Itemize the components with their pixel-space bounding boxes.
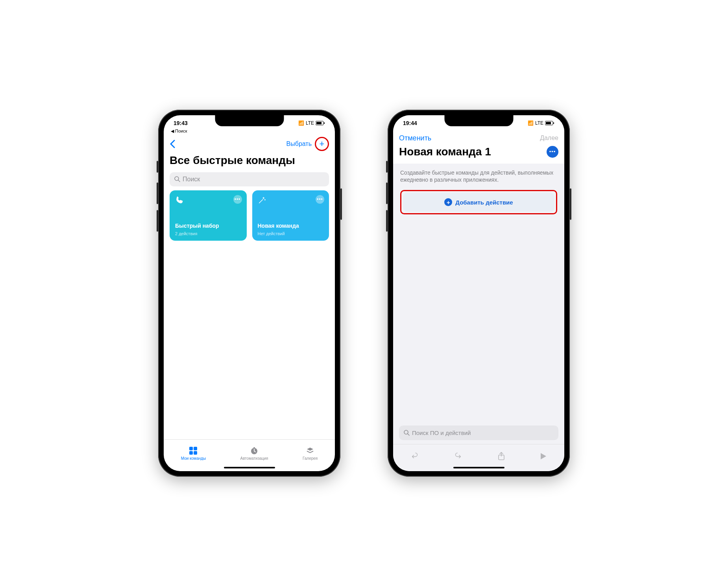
cancel-button[interactable]: Отменить [399, 134, 431, 142]
search-actions-input[interactable]: Поиск ПО и действий [399, 426, 558, 440]
next-button[interactable]: Далее [540, 135, 558, 142]
shortcut-tile-speed-dial[interactable]: ••• Быстрый набор 2 действия [170, 190, 247, 241]
page-title: Новая команда 1 [399, 146, 491, 158]
tab-my-shortcuts[interactable]: Мои команды [181, 446, 206, 461]
undo-button[interactable] [410, 452, 419, 461]
redo-button[interactable] [454, 452, 462, 461]
svg-rect-13 [194, 451, 197, 455]
tab-gallery[interactable]: Галерея [303, 446, 318, 461]
add-action-button[interactable]: + Добавить действие [403, 193, 554, 212]
tab-label: Мои команды [181, 456, 206, 461]
clock-icon [249, 446, 259, 455]
share-button[interactable] [497, 451, 505, 461]
search-icon [404, 430, 410, 436]
tab-label: Галерея [303, 456, 318, 461]
svg-line-20 [408, 434, 409, 435]
search-icon [174, 176, 180, 182]
plus-icon: + [444, 198, 452, 206]
signal-icon: 📶 [298, 120, 304, 126]
select-button[interactable]: Выбрать [286, 140, 312, 147]
shortcut-tile-new-command[interactable]: ••• Новая команда Нет действий [252, 190, 329, 241]
network-label: LTE [306, 120, 314, 126]
back-button[interactable] [170, 140, 175, 148]
svg-rect-17 [546, 122, 551, 124]
home-indicator[interactable] [224, 467, 275, 468]
svg-rect-2 [324, 122, 325, 124]
description-text: Создавайте быстрые команды для действий,… [393, 164, 564, 187]
tile-subtitle: Нет действий [258, 231, 285, 236]
search-input[interactable]: Поиск [170, 172, 329, 186]
tile-more-button[interactable]: ••• [233, 195, 242, 204]
add-shortcut-button[interactable]: + [315, 137, 329, 151]
search-placeholder: Поиск [183, 176, 200, 183]
svg-rect-1 [316, 122, 322, 124]
back-to-search[interactable]: ◀ Поиск [164, 129, 335, 134]
tile-subtitle: 2 действия [175, 231, 197, 236]
svg-rect-10 [189, 447, 193, 450]
svg-rect-12 [189, 451, 193, 455]
svg-rect-18 [553, 122, 554, 124]
phone-icon [175, 196, 241, 205]
tab-label: Автоматизация [240, 456, 268, 461]
wand-icon [258, 196, 324, 205]
play-button[interactable] [540, 452, 547, 460]
signal-icon: 📶 [528, 120, 534, 126]
phone-left: 19:43 📶 LTE ◀ Поиск Выбрать + Все быстры… [158, 110, 340, 477]
battery-icon [545, 121, 554, 125]
phone-right: 19:44 📶 LTE Отменить Далее Новая команда… [388, 110, 570, 477]
search-placeholder: Поиск ПО и действий [412, 429, 471, 436]
tab-automation[interactable]: Автоматизация [240, 446, 268, 461]
tile-title: Быстрый набор [175, 223, 219, 229]
grid-icon [188, 446, 198, 455]
plus-icon: + [320, 140, 325, 148]
tile-title: Новая команда [258, 223, 299, 229]
svg-line-5 [259, 199, 262, 203]
page-title: Все быстрые команды [164, 153, 335, 168]
svg-rect-15 [253, 447, 255, 448]
add-action-highlight: + Добавить действие [400, 190, 557, 214]
tile-more-button[interactable]: ••• [316, 195, 324, 204]
svg-rect-11 [194, 447, 197, 450]
gallery-icon [305, 446, 315, 455]
svg-line-4 [178, 180, 180, 182]
more-options-button[interactable]: ••• [547, 146, 558, 158]
battery-icon [316, 121, 325, 125]
tab-bar: Мои команды Автоматизация Галерея [164, 439, 335, 471]
home-indicator[interactable] [453, 467, 504, 468]
network-label: LTE [535, 120, 543, 126]
add-action-label: Добавить действие [455, 199, 513, 206]
